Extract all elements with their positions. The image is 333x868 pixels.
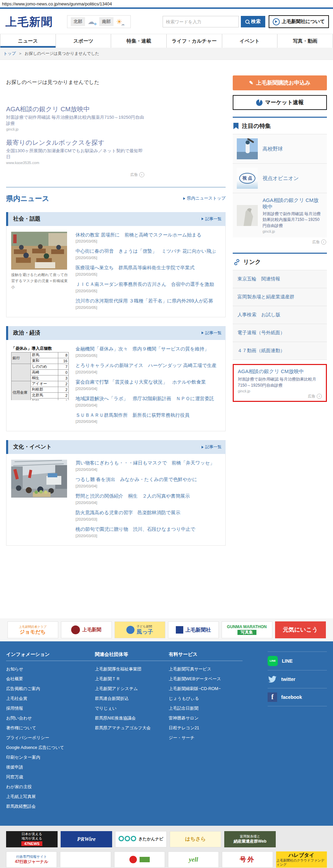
footer-link[interactable]: お問い合わせ [6,713,95,723]
banner-harebutai[interactable]: ハレブタイ上毛新聞社のクラウドファンディング [276,851,327,868]
breadcrumb-home-link[interactable]: トップ [3,51,16,56]
banner-47news[interactable]: 日本が見える地方が見える47NEWS [6,831,58,847]
article-link[interactable]: 中心街に春の羽音 きょうは「啓蟄」 ミツバチ 花に向かい飛ぶ [76,248,221,254]
sidebar-link-tomioka[interactable]: 富岡製糸場と絹産業遺産群 [233,288,327,306]
footer-link[interactable]: 同窓万歳 [6,772,95,782]
footer-link[interactable]: でりじぇい [95,704,169,713]
banner-nihonichi[interactable] [114,851,165,868]
footer-link[interactable]: 広告掲載のご案内 [6,684,95,694]
banner-kitakan-navi[interactable]: きたかんナビ [115,831,167,847]
sidebar-link-olympics[interactable]: 東京五輪 関連情報 [233,270,327,288]
article-link[interactable]: ＪＩＣＡ南スーダン前事務所長の古川さん 合宿中の選手を激励 [76,281,221,288]
tab-life-culture[interactable]: ライフ・カルチャー [167,34,222,48]
footer-link[interactable]: 採用情報 [6,704,95,713]
subscribe-button[interactable]: ✎上毛新聞購読お申込み [233,75,327,90]
banner-food-mosaic[interactable] [60,851,111,868]
ad-title[interactable]: 最寄りのレンタルボックスを探す [6,139,144,147]
footer-link[interactable]: 上毛社会賞 [6,694,95,704]
footer-link[interactable]: 上毛新聞ＴＲ [95,674,169,684]
sidebar-link-denshi[interactable]: 電子速報（号外紙面） [233,324,327,342]
ad-choices-note[interactable]: 広告i [6,172,144,177]
featured-item[interactable]: 視 点 視点オピニオン [233,163,327,193]
footer-link[interactable]: 後援申請 [6,762,95,772]
article-list-link[interactable]: 記事一覧 [202,330,222,336]
banner-jomo-shimbunsha[interactable]: 上毛新聞社 [168,621,219,638]
footer-link[interactable]: 上毛記念日新聞 [169,704,243,713]
banner-yell[interactable]: yell [168,851,219,868]
prefecture-news-top-link[interactable]: 県内ニューストップ [183,196,226,201]
article-link[interactable]: 桃の節句で園児に贈り物 渋川、石段ひなまつり中止で [76,526,221,532]
footer-link[interactable]: 群馬県NIE推進協議会 [95,713,169,723]
site-logo[interactable]: 上毛新聞 [5,16,53,27]
banner-gunma-marathon[interactable]: GUNMA MARATHON写真集 [222,621,272,638]
article-link[interactable]: 渋川市の氷河期世代採用 ３職種「若干名」に県内外269人が応募 [76,298,221,304]
tab-photo-video[interactable]: 写真・動画 [277,34,333,48]
sidebar-link-jinji[interactable]: 人事検索 お試し版 [233,306,327,324]
tab-sports[interactable]: スポーツ [56,34,111,48]
article-list-link[interactable]: 記事一覧 [202,444,222,450]
footer-link[interactable]: 日程テレコン21 [169,723,243,733]
search-input[interactable] [163,16,239,27]
footer-link[interactable]: プライバシーポリシー [6,733,95,743]
tab-events[interactable]: イベント [222,34,278,48]
section-table-figure[interactable]: 「昼休み」導入店舗数 銀行群馬8 東和16 しののめ7 高崎0 桐生3 信用金庫… [11,346,69,428]
footer-link[interactable]: じょうもびぃる [169,694,243,704]
about-company-button[interactable]: ▶上毛新聞社について [269,15,329,28]
article-link[interactable]: つるし雛 春を演出 みなかみ・たくみの里で色鮮やかに [76,476,221,483]
social-facebook-link[interactable]: ffacebook [268,688,327,706]
footer-link[interactable]: 群馬連合新聞折込 [95,694,169,704]
article-link[interactable]: 買い物客にぎわうも・・・縁日もマスクで 前橋「弁天ワッセ」 [76,460,221,466]
ad-choices-note[interactable]: 広告i [238,394,322,399]
social-twitter-link[interactable]: twitter [268,670,327,688]
featured-item[interactable]: 高校野球 [233,134,327,163]
street-market-photo[interactable] [11,460,67,498]
article-link[interactable]: 宴会自粛で打撃 「震災後より大変な状況」 ホテルや飲食業 [76,379,221,385]
market-report-button[interactable]: マーケット速報 [233,95,327,110]
tab-news[interactable]: ニュース [0,34,56,48]
article-link[interactable]: 休校の教室 居場所に 前橋と高崎でスクールホーム始まる [76,232,221,238]
text-ad[interactable]: AGA相談の銀クリ CM放映中 対面診療で副作用確認 毎月治療効果比較内服薬月7… [6,105,144,131]
footer-link[interactable]: 上毛新聞縮刷版−CD-ROM− [169,684,243,694]
banner-prwire[interactable]: PRWire [61,831,112,847]
footer-link[interactable]: 上毛新聞写真サービス [169,664,243,674]
article-link[interactable]: 野間と渋沢の関係紹介 桐生 ２人の写真や書簡展示 [76,493,221,499]
footer-link[interactable]: 上毛新聞アドシステム [95,684,169,694]
footer-link[interactable]: 上毛新聞厚生福祉事業団 [95,664,169,674]
article-link[interactable]: とろりキャラメルの新味アイス ハーゲンダッツ 高崎工場で生産 [76,362,221,369]
article-link[interactable]: 医療現場へ巣立ち 群馬県高等歯科衛生士学院で卒業式 [76,265,221,271]
banner-genki[interactable]: 元気にいこう [275,621,326,638]
banner-tomioka-web[interactable]: 富岡製糸場と絹産業遺産群Web [224,831,276,847]
footer-link[interactable]: 群馬県アマチュアゴルフ大会 [95,723,169,733]
banner-kazekko[interactable]: 子ども新聞風っ子 [115,621,165,638]
footer-link[interactable]: Google Adsence 広告について [6,743,95,753]
ad-choices-note[interactable]: 広告i [233,238,327,246]
article-link[interactable]: 防火意識高める児童の習字 邑楽館林消防で展示 [76,509,221,516]
footer-link[interactable]: 上毛紙上写真展 [6,792,95,802]
featured-ad-item[interactable]: AGA相談の銀クリ CM放映中 対面診療で副作用確認 毎月治療効果比較内服薬月7… [233,193,327,237]
footer-link[interactable]: 上毛新聞WEBデータベース [169,674,243,684]
tab-features[interactable]: 特集・連載 [111,34,167,48]
footer-link[interactable]: お知らせ [6,664,95,674]
banner-hachisara[interactable]: はちさら [170,831,221,847]
social-line-link[interactable]: LINELINE [268,652,327,670]
footer-link[interactable]: 会社概要 [6,674,95,684]
footer-link[interactable]: 群馬政経懇話会 [6,802,95,812]
article-list-link[interactable]: 記事一覧 [202,216,222,222]
banner-gyosei-journal[interactable]: 行政専門情報サイト47行政ジャーナル [6,851,57,868]
article-link[interactable]: ＳＵＢＡＲＵ群馬製作所 新所長に荻野常務執行役員 [76,412,221,418]
footer-link[interactable]: 雷神囲碁サロン [169,713,243,723]
text-ad[interactable]: 最寄りのレンタルボックスを探す 全国1300ヶ所展開の加瀬倉庫CMでもお馴染み／… [6,139,144,165]
article-link[interactable]: 地域課題解決へ「ラボ」 県庁32階刷新計画 ＮＰＯに運営委託 [76,395,221,402]
ad-title[interactable]: AGA相談の銀クリ CM放映中 [238,368,322,375]
banner-jomodachi[interactable]: 上毛新聞読者クラブジョモだち [7,621,58,638]
classroom-photo[interactable] [11,232,67,270]
footer-link[interactable]: 著作権について [6,723,95,733]
footer-link[interactable]: わが家の主役 [6,782,95,792]
banner-gogai[interactable]: 号外 [222,851,273,868]
highlighted-ad-box[interactable]: AGA相談の銀クリ CM放映中 対面診療で副作用確認 毎月治療効果比較月7150… [233,364,327,402]
banner-jomo-shimbun[interactable]: 上毛新聞 [61,621,112,638]
search-button[interactable]: 検索 [241,16,265,27]
article-link[interactable]: 金融機関「昼休み」次々 県内９機関「サービスの質を維持」 [76,346,221,352]
footer-link[interactable]: 印刷センター案内 [6,753,95,762]
ad-title[interactable]: AGA相談の銀クリ CM放映中 [6,105,144,113]
